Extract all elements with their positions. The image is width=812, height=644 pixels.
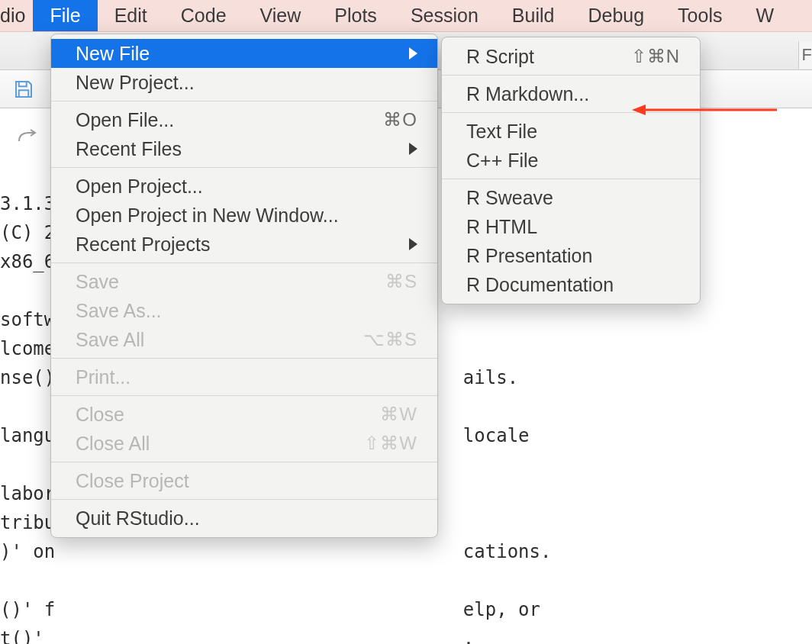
menu-item-label: New File [76, 43, 398, 65]
menubar-item-code[interactable]: Code [164, 0, 243, 31]
menu-separator [51, 358, 437, 359]
file-menu-item-close: Close⌘W [51, 400, 437, 429]
forward-arrow-icon[interactable] [17, 128, 40, 145]
menu-item-shortcut: ⌘S [370, 271, 417, 292]
menubar-item-file[interactable]: File [33, 0, 97, 31]
menu-item-label: Quit RStudio... [76, 507, 417, 530]
menu-separator [51, 499, 437, 500]
svg-rect-0 [19, 82, 27, 86]
menubar-item-debug[interactable]: Debug [571, 0, 661, 31]
menu-item-label: Open Project... [76, 175, 417, 198]
menu-item-label: R Presentation [466, 245, 680, 267]
file-menu-item-recent-projects[interactable]: Recent Projects [51, 230, 437, 259]
menu-item-label: Close [76, 404, 365, 426]
menu-item-label: Close Project [76, 470, 417, 492]
menubar-item-w[interactable]: W [739, 0, 791, 31]
menu-separator [442, 112, 700, 113]
chevron-right-icon [409, 47, 417, 60]
chevron-right-icon [409, 143, 417, 155]
file-menu-item-close-project: Close Project [51, 466, 437, 495]
app-name-fragment: dio [0, 5, 33, 27]
menu-item-label: Save All [76, 329, 348, 351]
menu-item-shortcut: ⌘O [368, 109, 417, 130]
file-menu-item-recent-files[interactable]: Recent Files [51, 134, 437, 163]
menubar-item-plots[interactable]: Plots [317, 0, 394, 31]
menubar-item-build[interactable]: Build [495, 0, 572, 31]
file-menu-item-new-file[interactable]: New File [51, 39, 437, 68]
newfile-item-r-documentation[interactable]: R Documentation [442, 270, 700, 299]
menu-item-shortcut: ⇧⌘N [616, 46, 680, 67]
file-menu-item-save-as: Save As... [51, 296, 437, 325]
file-menu-item-save-all: Save All⌥⌘S [51, 325, 437, 354]
newfile-item-r-markdown[interactable]: R Markdown... [442, 79, 700, 108]
menu-item-label: New Project... [76, 72, 417, 94]
file-menu-item-open-file[interactable]: Open File...⌘O [51, 105, 437, 134]
menu-item-label: R Script [466, 46, 616, 68]
chevron-right-icon [409, 238, 417, 250]
menubar-item-session[interactable]: Session [394, 0, 495, 31]
menu-item-label: Print... [76, 366, 417, 388]
menu-separator [51, 462, 437, 462]
menu-item-label: Open Project in New Window... [76, 204, 417, 227]
menu-item-label: R HTML [466, 216, 680, 238]
console-line: ()' f elp, or [0, 595, 812, 624]
file-menu-item-open-project[interactable]: Open Project... [51, 172, 437, 201]
new-file-submenu: R Script⇧⌘NR Markdown...Text FileC++ Fil… [441, 37, 701, 304]
menubar-item-tools[interactable]: Tools [661, 0, 739, 31]
menubar: dio FileEditCodeViewPlotsSessionBuildDeb… [0, 0, 812, 32]
file-menu-item-quit-rstudio[interactable]: Quit RStudio... [51, 504, 437, 533]
menu-item-label: Recent Files [76, 138, 398, 160]
newfile-item-r-sweave[interactable]: R Sweave [442, 183, 700, 212]
menu-separator [51, 167, 437, 168]
menu-item-label: Open File... [76, 109, 368, 131]
menu-item-shortcut: ⌘W [365, 404, 417, 425]
file-menu-item-open-project-in-new-window[interactable]: Open Project in New Window... [51, 201, 437, 230]
menu-separator [442, 75, 700, 76]
menu-item-label: Save [76, 271, 370, 293]
file-menu-item-close-all: Close All⇧⌘W [51, 429, 437, 458]
menu-separator [51, 395, 437, 396]
menu-item-label: Close All [76, 433, 349, 455]
save-icon[interactable] [12, 78, 35, 101]
menubar-item-view[interactable]: View [243, 0, 318, 31]
console-line: )' on cations. [0, 537, 812, 566]
menu-separator [51, 262, 437, 263]
menu-item-label: R Documentation [466, 274, 680, 296]
newfile-item-r-script[interactable]: R Script⇧⌘N [442, 42, 700, 71]
menu-item-shortcut: ⇧⌘W [349, 433, 417, 454]
menu-item-label: R Markdown... [466, 83, 680, 105]
menu-item-label: Text File [466, 121, 680, 143]
newfile-item-r-html[interactable]: R HTML [442, 212, 700, 241]
menu-item-shortcut: ⌥⌘S [348, 329, 417, 350]
newfile-item-c-file[interactable]: C++ File [442, 146, 700, 175]
menu-item-label: R Sweave [466, 187, 680, 209]
menu-item-label: Save As... [76, 300, 417, 322]
file-menu-item-new-project[interactable]: New Project... [51, 68, 437, 97]
file-menu-item-save: Save⌘S [51, 267, 437, 296]
menu-separator [51, 101, 437, 101]
file-menu-item-print: Print... [51, 362, 437, 391]
menubar-item-edit[interactable]: Edit [98, 0, 164, 31]
menu-item-label: Recent Projects [76, 233, 398, 256]
right-panel-fragment: F [798, 41, 812, 69]
newfile-item-text-file[interactable]: Text File [442, 117, 700, 146]
console-line [0, 566, 812, 595]
menu-separator [442, 179, 700, 179]
file-menu-dropdown: New FileNew Project...Open File...⌘ORece… [50, 34, 438, 538]
svg-rect-1 [19, 90, 29, 97]
menu-item-label: C++ File [466, 150, 680, 172]
newfile-item-r-presentation[interactable]: R Presentation [442, 241, 700, 270]
console-line: t()' . [0, 624, 812, 644]
